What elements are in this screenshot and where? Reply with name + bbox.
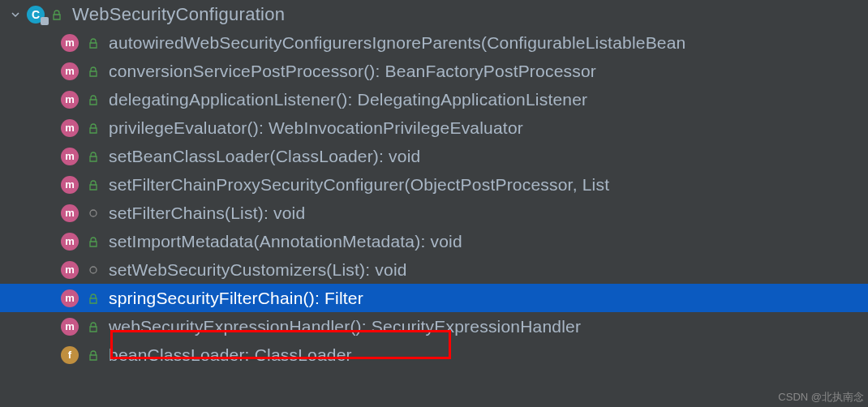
public-visibility-icon [86,293,101,304]
public-visibility-icon [86,236,101,247]
member-signature-label: autowiredWebSecurityConfigurersIgnorePar… [109,33,685,53]
package-visibility-icon [86,265,101,275]
watermark-text: CSDN @北执南念 [778,390,864,405]
public-visibility-icon [86,37,101,49]
member-signature-label: springSecurityFilterChain(): Filter [109,289,363,308]
member-node[interactable]: m setWebSecurityCustomizers(List): void [0,255,868,284]
method-icon: m [61,119,79,137]
method-icon: m [61,62,79,80]
public-visibility-icon [86,349,101,361]
member-signature-label: privilegeEvaluator(): WebInvocationPrivi… [109,118,523,138]
member-node[interactable]: m autowiredWebSecurityConfigurersIgnoreP… [0,28,868,57]
member-signature-label: delegatingApplicationListener(): Delegat… [109,90,587,109]
member-node[interactable]: m setImportMetadata(AnnotationMetadata):… [0,227,868,255]
class-name-label: WebSecurityConfiguration [72,4,285,25]
svg-point-0 [90,210,97,216]
lock-badge-icon [41,17,49,25]
field-icon: f [61,346,79,364]
member-node[interactable]: m delegatingApplicationListener(): Deleg… [0,85,868,114]
member-node[interactable]: m conversionServicePostProcessor(): Bean… [0,57,868,85]
package-visibility-icon [86,208,101,218]
public-visibility-icon [49,9,64,20]
member-signature-label: conversionServicePostProcessor(): BeanFa… [109,62,596,81]
member-signature-label: setFilterChainProxySecurityConfigurer(Ob… [109,175,609,195]
public-visibility-icon [86,321,101,332]
member-node[interactable]: m privilegeEvaluator(): WebInvocationPri… [0,114,868,142]
method-icon: m [61,148,79,165]
method-icon: m [61,91,79,109]
method-icon: m [61,176,79,194]
class-node[interactable]: C WebSecurityConfiguration [0,0,868,28]
method-icon: m [61,34,79,52]
method-icon: m [61,233,79,251]
public-visibility-icon [86,66,101,77]
public-visibility-icon [86,94,101,105]
member-node[interactable]: m setFilterChains(List): void [0,199,868,227]
class-icon: C [27,6,45,24]
member-signature-label: webSecurityExpressionHandler(): Security… [109,317,581,336]
member-signature-label: setWebSecurityCustomizers(List): void [109,260,407,280]
public-visibility-icon [86,122,101,134]
chevron-down-icon[interactable] [8,10,23,19]
member-signature-label: setImportMetadata(AnnotationMetadata): v… [109,232,462,251]
member-signature-label: setBeanClassLoader(ClassLoader): void [109,147,420,166]
method-icon: m [61,204,79,222]
member-signature-label: setFilterChains(List): void [109,204,305,223]
public-visibility-icon [86,179,101,191]
public-visibility-icon [86,151,101,162]
member-node[interactable]: m webSecurityExpressionHandler(): Securi… [0,312,868,341]
method-icon: m [61,261,79,279]
method-icon: m [61,289,79,307]
member-signature-label: beanClassLoader: ClassLoader [109,345,352,365]
svg-point-1 [90,267,97,273]
member-node[interactable]: m setBeanClassLoader(ClassLoader): void [0,142,868,170]
member-node[interactable]: m springSecurityFilterChain(): Filter [0,284,868,312]
member-node[interactable]: f beanClassLoader: ClassLoader [0,341,868,369]
member-node[interactable]: m setFilterChainProxySecurityConfigurer(… [0,170,868,199]
method-icon: m [61,318,79,336]
